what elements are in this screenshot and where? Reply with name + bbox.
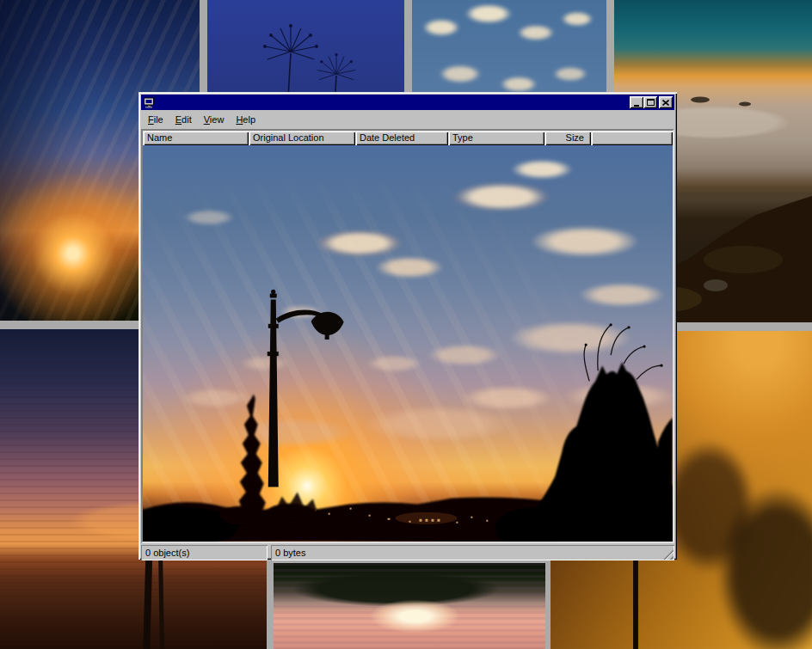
menu-bar: File Edit View Help [141, 110, 674, 129]
title-bar[interactable] [141, 95, 674, 110]
computer-icon [143, 96, 155, 108]
column-header-blank[interactable] [591, 131, 673, 145]
column-header-size[interactable]: Size [544, 131, 591, 145]
minimize-icon [634, 105, 639, 107]
menu-view[interactable]: View [198, 113, 231, 127]
list-viewport[interactable] [143, 145, 673, 542]
status-objects: 0 object(s) [141, 545, 268, 560]
menu-file[interactable]: File [142, 113, 169, 127]
list-client-area: Name Original Location Date Deleted Type… [141, 129, 674, 543]
lake-pole [158, 551, 164, 649]
recycle-bin-window: File Edit View Help Name Original Locati… [138, 92, 677, 560]
status-size: 0 bytes [271, 545, 674, 560]
column-header-original-location[interactable]: Original Location [249, 131, 355, 145]
column-header-date-deleted[interactable]: Date Deleted [355, 131, 448, 145]
close-button[interactable] [659, 96, 673, 108]
status-bar: 0 object(s) 0 bytes [141, 545, 674, 560]
minimize-button[interactable] [630, 96, 643, 108]
close-icon [662, 100, 669, 106]
maximize-icon [647, 99, 655, 106]
column-headers: Name Original Location Date Deleted Type… [143, 131, 673, 145]
wallpaper-tile-water-reflection [274, 563, 545, 649]
column-header-name[interactable]: Name [143, 131, 249, 145]
maximize-button[interactable] [643, 96, 657, 108]
column-header-type[interactable]: Type [448, 131, 544, 145]
menu-edit[interactable]: Edit [169, 113, 198, 127]
menu-help[interactable]: Help [230, 113, 261, 127]
sunset-photo-silhouettes [143, 145, 673, 542]
